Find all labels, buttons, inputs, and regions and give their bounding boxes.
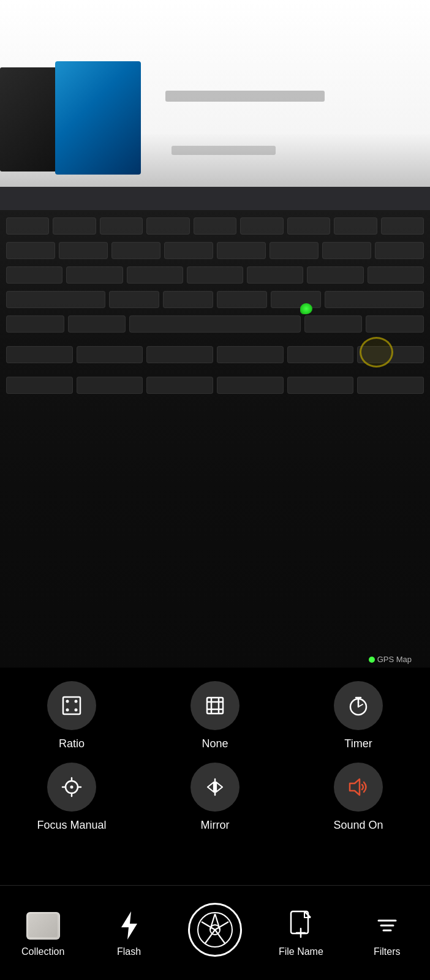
collection-icon-wrap [26,909,60,943]
key [217,346,284,363]
sound-on-control[interactable]: Sound On [303,763,413,832]
keyboard-row [6,241,424,260]
key [6,346,73,363]
ratio-control[interactable]: Ratio [17,681,127,750]
key [304,315,363,333]
keyboard-row [6,216,424,236]
svg-rect-0 [63,697,80,714]
key [194,217,236,235]
filters-tab[interactable]: Filters [350,909,424,957]
svg-point-4 [75,709,78,712]
focus-circle[interactable] [47,763,96,812]
aperture-icon [197,911,233,948]
key [146,217,189,235]
key [6,291,105,308]
mirror-control[interactable]: Mirror [160,763,270,832]
ratio-circle[interactable] [47,681,96,730]
sound-icon [345,775,372,799]
keyboard-area [0,210,430,668]
key [325,291,424,308]
blue-rect [55,61,141,175]
key [164,242,213,259]
keyboard-row [6,290,424,309]
key [6,315,64,333]
controls-panel: Ratio None [0,668,430,980]
sound-label: Sound On [333,819,383,832]
key [271,291,321,308]
key [381,217,424,235]
timer-icon [346,693,371,718]
key [53,217,96,235]
mirror-icon [203,775,227,799]
key [368,266,424,284]
svg-marker-25 [121,911,137,940]
timer-circle[interactable] [334,681,383,730]
key [77,346,143,363]
tab-bar: Collection Flash [0,885,430,980]
collection-label: Collection [21,946,64,957]
svg-point-2 [75,700,78,703]
key [334,217,377,235]
flash-tab[interactable]: Flash [92,909,166,957]
timer-label: Timer [344,737,372,750]
shutter-icon-wrap [188,906,242,960]
key [163,291,213,308]
svg-point-3 [66,709,69,712]
green-dot [300,303,312,314]
keyboard-row [6,314,424,334]
none-circle[interactable] [190,681,240,730]
key [6,377,73,394]
mirror-circle[interactable] [190,763,240,812]
key [366,315,424,333]
key [100,217,143,235]
focus-label: Focus Manual [37,819,106,832]
filename-icon [289,910,313,941]
controls-row-2: Focus Manual Mirror [0,756,430,838]
key [129,315,301,333]
grid-icon [203,693,227,718]
key [59,242,108,259]
viewfinder: GPS Map [0,0,430,668]
key [111,242,160,259]
key [307,266,363,284]
svg-rect-9 [207,698,223,714]
key [375,242,424,259]
none-control[interactable]: None [160,681,270,750]
thumb-inner [28,914,58,937]
key [77,377,143,394]
filename-tab[interactable]: File Name [264,909,338,957]
svg-rect-34 [291,911,308,933]
ratio-icon [59,693,84,718]
key [68,315,126,333]
shutter-button[interactable] [188,903,242,957]
focus-manual-control[interactable]: Focus Manual [17,763,127,832]
keyboard-row [6,265,424,285]
key [247,266,303,284]
dark-item [0,67,58,172]
key [270,242,319,259]
key [217,291,267,308]
sound-circle[interactable] [334,763,383,812]
key [127,266,183,284]
key [6,242,55,259]
ratio-label: Ratio [59,737,85,750]
key [357,377,424,394]
screen-text-line2 [172,146,276,155]
key [240,217,283,235]
timer-control[interactable]: Timer [303,681,413,750]
svg-marker-24 [350,779,360,795]
keyboard-row [6,375,424,395]
collection-tab[interactable]: Collection [6,909,80,957]
key [287,217,330,235]
shutter-tab[interactable] [178,906,252,960]
key [146,377,213,394]
key [109,291,159,308]
key [322,242,371,259]
key [187,266,243,284]
gps-label: GPS Map [369,655,412,664]
screen-area [0,0,430,190]
none-label: None [202,737,228,750]
mirror-label: Mirror [201,819,230,832]
key [217,242,266,259]
flash-icon [119,910,140,941]
